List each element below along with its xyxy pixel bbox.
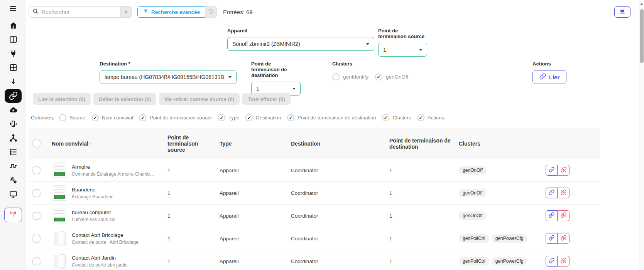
topbar: × Recherche avancée Entrées: 69 — [29, 0, 639, 24]
hamburger-icon — [8, 4, 18, 15]
row-unbind-button[interactable] — [558, 210, 570, 221]
bulk-action-button-0[interactable]: Lier la sélection (0) — [33, 93, 91, 105]
sidebar-item-bind[interactable] — [5, 89, 22, 103]
table-header-label: Type — [220, 141, 232, 147]
table-row: BuanderieÉclairage Buanderie1AppareilCoo… — [29, 182, 600, 205]
row-unbind-button[interactable] — [558, 188, 570, 198]
sidebar-item-dashboard[interactable] — [5, 33, 22, 47]
cluster-checkbox-genIdentify[interactable] — [332, 73, 340, 80]
unlink-icon — [561, 258, 566, 265]
clusters-cell: genOnOff — [455, 205, 542, 227]
display-mode-button[interactable] — [614, 6, 630, 18]
device-name[interactable]: Contact Abri Bricolage — [72, 232, 139, 238]
select-all-checkbox[interactable] — [32, 139, 41, 148]
table-header-Point de terminaison source[interactable]: Point de terminaison source↑ — [164, 128, 216, 159]
destination-cell: Coordinator — [287, 250, 385, 270]
table-header-Clusters: Clusters — [455, 128, 542, 159]
reset-search-button[interactable] — [205, 6, 217, 18]
column-toggle-Point de terminaison de destination[interactable] — [287, 114, 294, 121]
sidebar-item-ota[interactable] — [5, 75, 22, 89]
sidebar-item-events[interactable] — [5, 159, 22, 173]
vertical-scrollbar[interactable] — [639, 0, 644, 270]
scroll-up-arrow[interactable] — [640, 3, 643, 5]
row-checkbox[interactable] — [32, 212, 41, 220]
chevron-down-icon — [292, 88, 296, 90]
table-header-col7 — [542, 128, 600, 159]
column-toggle-label: Point de terminaison source — [150, 115, 212, 121]
bulk-action-button-3[interactable]: Tout effacer (0) — [242, 93, 291, 105]
chevron-down-icon — [366, 43, 369, 45]
column-toggle-Point de terminaison source[interactable] — [139, 114, 147, 121]
destination-endpoint-cell: 1 — [385, 205, 455, 227]
row-bind-button[interactable] — [546, 165, 558, 176]
menu-toggle[interactable] — [0, 0, 26, 18]
column-toggle-Actions[interactable] — [417, 114, 424, 121]
filter-icon — [143, 8, 149, 15]
row-bind-button[interactable] — [546, 188, 558, 198]
source-endpoint-select[interactable]: 1 — [378, 43, 427, 57]
scrollbar-thumb[interactable] — [640, 9, 644, 63]
sidebar-item-groups[interactable] — [5, 61, 22, 75]
permit-join-button[interactable] — [4, 208, 22, 222]
row-checkbox[interactable] — [32, 235, 41, 243]
type-cell: Appareil — [216, 205, 287, 227]
column-toggle-Type[interactable] — [218, 114, 225, 121]
sidebar-item-home[interactable] — [5, 18, 22, 33]
device-name[interactable]: bureau computer — [72, 210, 115, 215]
clear-search-button[interactable]: × — [120, 6, 132, 18]
row-bind-button[interactable] — [546, 233, 558, 244]
cluster-checkbox-genOnOff[interactable] — [375, 73, 382, 80]
row-checkbox[interactable] — [32, 189, 41, 197]
sidebar-item-logs[interactable] — [5, 145, 22, 159]
destination-select[interactable]: lampe bureau (HG07834B/HG09155B/HG08131B… — [100, 70, 237, 84]
destination-cell: Coordinator — [287, 227, 385, 250]
row-unbind-button[interactable] — [558, 165, 570, 176]
row-bind-button[interactable] — [546, 210, 558, 221]
table-header-Nom convivial[interactable]: Nom convivial↑ — [48, 128, 164, 159]
device-name[interactable]: Buanderie — [72, 187, 113, 193]
row-bind-button[interactable] — [546, 256, 558, 267]
column-toggle-label: Point de terminaison de destination — [297, 115, 376, 121]
device-name[interactable]: Armoire — [72, 164, 155, 170]
column-toggle-Nom convivial[interactable] — [91, 114, 99, 121]
bulk-action-button-1[interactable]: Délier la sélection (0) — [93, 93, 156, 105]
destination-cell: Coordinator — [287, 182, 385, 205]
bind-button[interactable]: Lier — [532, 70, 566, 84]
row-unbind-button[interactable] — [558, 256, 570, 267]
table-header-label: Point de terminaison source — [167, 134, 198, 153]
row-checkbox[interactable] — [32, 257, 41, 265]
arrow-down-icon — [9, 77, 18, 86]
device-select-value: Sonoff zbminir2 (ZBMINIR2) — [232, 41, 362, 47]
device-description: Commande Éclairage Armoire Chambre P… — [72, 171, 155, 177]
column-toggle-Destination[interactable] — [245, 114, 253, 121]
table-row: Contact Abri JardinContact de porte abri… — [29, 250, 600, 270]
sidebar-item-settings[interactable] — [5, 173, 22, 188]
sidebar-item-backup[interactable] — [5, 103, 22, 117]
search-input[interactable] — [42, 9, 117, 15]
device-select[interactable]: Sonoff zbminir2 (ZBMINIR2) — [227, 37, 374, 51]
row-checkbox[interactable] — [32, 166, 41, 174]
sidebar-item-touchlink[interactable] — [5, 117, 22, 131]
source-endpoint-value: 1 — [383, 47, 415, 53]
column-toggle-Source[interactable] — [59, 114, 66, 121]
clusters-cell: genOnOff — [455, 159, 542, 182]
link-icon — [9, 91, 18, 100]
table-header-col0 — [29, 128, 48, 159]
advanced-search-label: Recherche avancée — [151, 9, 200, 15]
sidebar-item-network-map[interactable] — [5, 131, 22, 145]
device-description: Contact de porte : Abri Bricolage — [72, 240, 139, 245]
advanced-search-button[interactable]: Recherche avancée — [137, 6, 205, 18]
sidebar-item-devices[interactable] — [5, 47, 22, 61]
type-cell: Appareil — [216, 182, 287, 205]
device-name[interactable]: Contact Abri Jardin — [72, 255, 128, 261]
cluster-badge: genPowerCfg — [492, 234, 527, 243]
column-toggle-label: Destination — [256, 115, 281, 121]
sidebar-item-system[interactable] — [5, 187, 22, 201]
bulk-action-button-2[interactable]: Me retirer comme source (0) — [159, 93, 240, 105]
table-header-Destination: Destination — [287, 128, 385, 159]
link-icon — [549, 235, 554, 242]
clusters-label: Clusters — [332, 61, 411, 67]
grid-icon — [9, 63, 18, 72]
column-toggle-Clusters[interactable] — [382, 114, 389, 121]
row-unbind-button[interactable] — [558, 233, 570, 244]
